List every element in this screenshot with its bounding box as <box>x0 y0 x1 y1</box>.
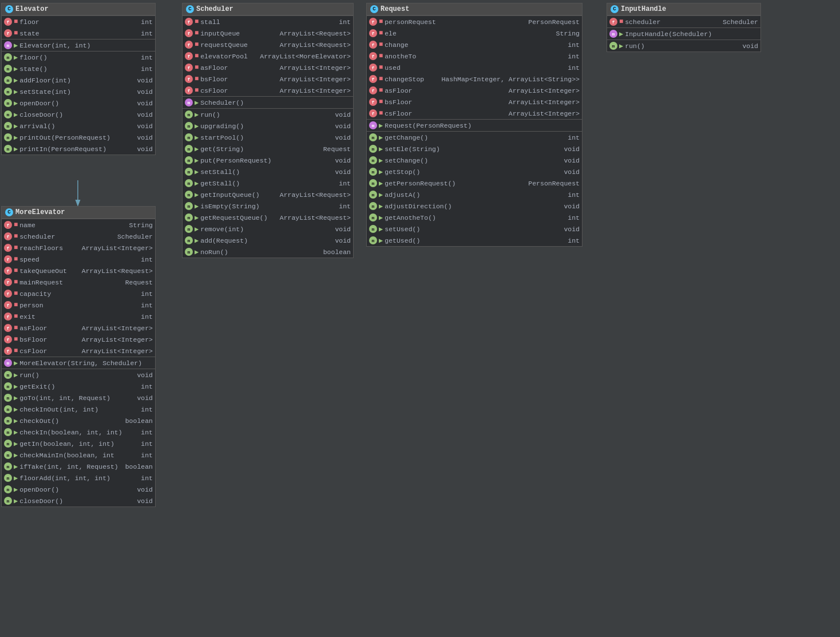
field-type-icon: ■ <box>14 232 18 240</box>
req-field-change[interactable]: f ■ change int <box>367 39 582 50</box>
me-field-capacity[interactable]: f ■ capacity int <box>2 288 155 299</box>
me-field-bsFloor[interactable]: f ■ bsFloor ArrayList<Integer> <box>2 334 155 345</box>
me-method-getExit[interactable]: m ▶ getExit() int <box>2 381 155 392</box>
me-field-reachFloors[interactable]: f ■ reachFloors ArrayList<Integer> <box>2 242 155 254</box>
req-field-anotheTo[interactable]: f ■ anotheTo int <box>367 50 582 62</box>
me-field-takeQueueOut[interactable]: f ■ takeQueueOut ArrayList<Request> <box>2 265 155 276</box>
me-field-name[interactable]: f ■ name String <box>2 219 155 231</box>
sch-field-asFloor[interactable]: f ■ asFloor ArrayList<Integer> <box>183 62 353 73</box>
sch-method-getRequestQueue[interactable]: m ▶ getRequestQueue() ArrayList<Request> <box>183 212 353 223</box>
req-field-used[interactable]: f ■ used int <box>367 62 582 73</box>
me-field-csFloor[interactable]: f ■ csFloor ArrayList<Integer> <box>2 345 155 357</box>
sch-constructor[interactable]: m ▶ Scheduler() <box>183 97 353 108</box>
field-name: bsFloor <box>19 336 80 343</box>
me-field-mainRequest[interactable]: f ■ mainRequest Request <box>2 276 155 288</box>
method-vis-icon: m <box>185 213 193 221</box>
sch-field-stall[interactable]: f ■ stall int <box>183 16 353 27</box>
req-field-asFloor[interactable]: f ■ asFloor ArrayList<Integer> <box>367 85 582 96</box>
req-method-setEle[interactable]: m ▶ setEle(String) void <box>367 143 582 155</box>
method-vis-icon: m <box>4 474 12 482</box>
req-method-getStop[interactable]: m ▶ getStop() void <box>367 166 582 177</box>
sch-method-remove[interactable]: m ▶ remove(int) void <box>183 223 353 235</box>
me-field-asFloor[interactable]: f ■ asFloor ArrayList<Integer> <box>2 322 155 334</box>
sch-field-requestQueue[interactable]: f ■ requestQueue ArrayList<Request> <box>183 39 353 50</box>
field-vis-icon: f <box>369 41 377 49</box>
sch-method-get[interactable]: m ▶ get(String) Request <box>183 143 353 155</box>
me-field-scheduler[interactable]: f ■ scheduler Scheduler <box>2 231 155 242</box>
req-field-ele[interactable]: f ■ ele String <box>367 27 582 39</box>
elevator-method-state[interactable]: m ▶ state() int <box>2 63 155 74</box>
sch-field-bsFloor[interactable]: f ■ bsFloor ArrayList<Integer> <box>183 73 353 85</box>
sch-field-elevatorPool[interactable]: f ■ elevatorPool ArrayList<MoreElevator> <box>183 50 353 62</box>
method-return: void <box>137 88 153 96</box>
sch-method-setStall[interactable]: m ▶ setStall() void <box>183 166 353 177</box>
sch-field-inputQueue[interactable]: f ■ inputQueue ArrayList<Request> <box>183 27 353 39</box>
elevator-constructor[interactable]: m ▶ Elevator(int, int) <box>2 39 155 51</box>
req-field-personRequest[interactable]: f ■ personRequest PersonRequest <box>367 16 582 27</box>
sch-method-run[interactable]: m ▶ run() void <box>183 109 353 120</box>
req-field-csFloor[interactable]: f ■ csFloor ArrayList<Integer> <box>367 108 582 119</box>
me-field-person[interactable]: f ■ person int <box>2 299 155 311</box>
sch-method-add[interactable]: m ▶ add(Request) void <box>183 235 353 246</box>
constructor-name: Scheduler() <box>200 99 351 106</box>
sch-method-getStall[interactable]: m ▶ getStall() int <box>183 177 353 189</box>
req-method-getChange[interactable]: m ▶ getChange() int <box>367 132 582 143</box>
me-method-checkMainIn[interactable]: m ▶ checkMainIn(boolean, int int <box>2 449 155 461</box>
req-constructor[interactable]: m ▶ Request(PersonRequest) <box>367 120 582 131</box>
me-field-speed[interactable]: f ■ speed int <box>2 254 155 265</box>
req-method-getAnotheTo[interactable]: m ▶ getAnotheTo() int <box>367 212 582 223</box>
elevator-field-state[interactable]: f ■ state int <box>2 27 155 39</box>
req-method-setChange[interactable]: m ▶ setChange() void <box>367 155 582 166</box>
sch-methods-section: m ▶ run() void m ▶ upgrading() void m ▶ … <box>183 108 353 258</box>
field-name: exit <box>19 313 139 321</box>
sch-field-csFloor[interactable]: f ■ csFloor ArrayList<Integer> <box>183 85 353 96</box>
method-name: openDoor() <box>19 100 135 107</box>
me-constructor[interactable]: m ▶ MoreElevator(String, Scheduler) <box>2 357 155 369</box>
method-name: adjustDirection() <box>385 203 562 210</box>
req-method-setUsed[interactable]: m ▶ setUsed() void <box>367 223 582 235</box>
elevator-method-arrival[interactable]: m ▶ arrival() void <box>2 120 155 132</box>
method-type-icon: ▶ <box>195 213 199 222</box>
me-method-goTo[interactable]: m ▶ goTo(int, int, Request) void <box>2 392 155 403</box>
method-return: void <box>335 237 351 244</box>
elevator-method-setState[interactable]: m ▶ setState(int) void <box>2 86 155 97</box>
method-return: void <box>137 77 153 84</box>
elevator-field-floor[interactable]: f ■ floor int <box>2 16 155 27</box>
me-method-checkInOut[interactable]: m ▶ checkInOut(int, int) int <box>2 403 155 415</box>
req-field-bsFloor[interactable]: f ■ bsFloor ArrayList<Integer> <box>367 96 582 108</box>
sch-constructor-section: m ▶ Scheduler() <box>183 96 353 108</box>
ih-method-run[interactable]: m ▶ run() void <box>607 40 760 52</box>
me-method-run[interactable]: m ▶ run() void <box>2 369 155 381</box>
elevator-method-printIn[interactable]: m ▶ printIn(PersonRequest) void <box>2 143 155 155</box>
req-method-adjustA[interactable]: m ▶ adjustA() int <box>367 189 582 200</box>
me-method-checkIn[interactable]: m ▶ checkIn(boolean, int, int) int <box>2 426 155 438</box>
sch-method-put[interactable]: m ▶ put(PersonRequest) void <box>183 155 353 166</box>
req-method-getUsed[interactable]: m ▶ getUsed() int <box>367 235 582 246</box>
method-type-icon: ▶ <box>379 145 383 153</box>
elevator-method-addFloor[interactable]: m ▶ addFloor(int) void <box>2 74 155 86</box>
sch-method-noRun[interactable]: m ▶ noRun() boolean <box>183 246 353 258</box>
elevator-method-printOut[interactable]: m ▶ printOut(PersonRequest) void <box>2 132 155 143</box>
req-method-adjustDirection[interactable]: m ▶ adjustDirection() void <box>367 200 582 212</box>
me-method-floorAdd[interactable]: m ▶ floorAdd(int, int, int) int <box>2 472 155 484</box>
field-vis-icon: f <box>369 86 377 94</box>
constructor-vis-icon: m <box>4 41 12 49</box>
me-method-openDoor[interactable]: m ▶ openDoor() void <box>2 484 155 495</box>
field-name: anotheTo <box>385 53 566 60</box>
elevator-method-closeDoor[interactable]: m ▶ closeDoor() void <box>2 109 155 120</box>
req-field-changeStop[interactable]: f ■ changeStop HashMap<Integer, ArrayLis… <box>367 73 582 85</box>
sch-method-startPool[interactable]: m ▶ startPool() void <box>183 132 353 143</box>
ih-field-scheduler[interactable]: f ■ scheduler Scheduler <box>607 16 760 27</box>
me-method-checkOut[interactable]: m ▶ checkOut() boolean <box>2 415 155 426</box>
me-field-exit[interactable]: f ■ exit int <box>2 311 155 322</box>
req-method-getPersonRequest[interactable]: m ▶ getPersonRequest() PersonRequest <box>367 177 582 189</box>
sch-method-upgrading[interactable]: m ▶ upgrading() void <box>183 120 353 132</box>
me-method-getIn[interactable]: m ▶ getIn(boolean, int, int) int <box>2 438 155 449</box>
elevator-method-floor[interactable]: m ▶ floor() int <box>2 52 155 63</box>
elevator-method-openDoor[interactable]: m ▶ openDoor() void <box>2 97 155 109</box>
me-method-ifTake[interactable]: m ▶ ifTake(int, int, Request) boolean <box>2 461 155 472</box>
sch-method-getInputQueue[interactable]: m ▶ getInputQueue() ArrayList<Request> <box>183 189 353 200</box>
ih-constructor[interactable]: m ▶ InputHandle(Scheduler) <box>607 28 760 39</box>
me-method-closeDoor[interactable]: m ▶ closeDoor() void <box>2 495 155 507</box>
sch-method-isEmpty[interactable]: m ▶ isEmpty(String) int <box>183 200 353 212</box>
